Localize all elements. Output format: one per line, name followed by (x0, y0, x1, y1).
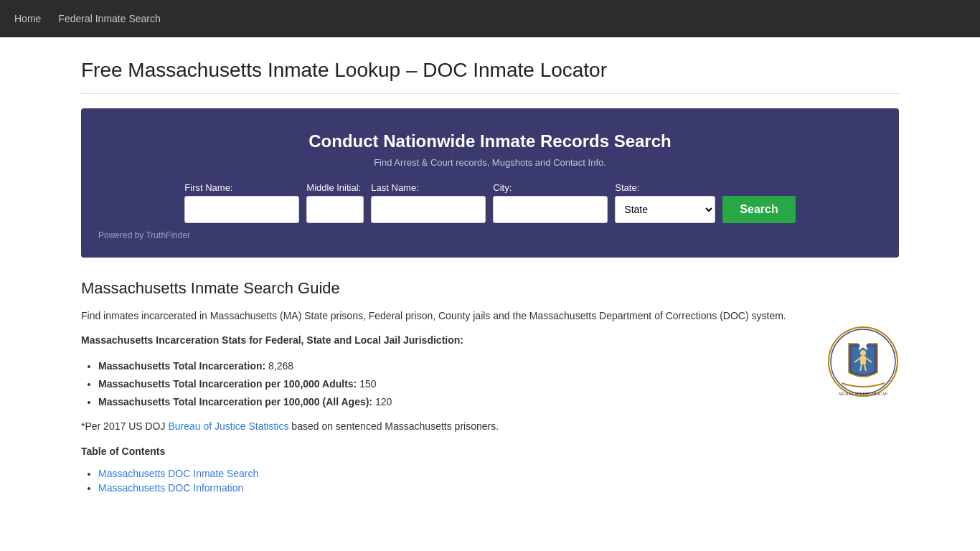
list-item: Massachusetts DOC Information (98, 482, 806, 494)
nav-federal-search[interactable]: Federal Inmate Search (58, 1, 160, 36)
stat-value-2: 120 (375, 396, 392, 408)
state-group: State: State Alabama Alaska Arizona Arka… (615, 182, 715, 223)
note-suffix: based on sentenced Massachusetts prisone… (288, 420, 499, 432)
banner-heading: Conduct Nationwide Inmate Records Search (95, 131, 885, 151)
svg-text:SIGILLVM REIPVBLICAE: SIGILLVM REIPVBLICAE (839, 392, 888, 396)
list-item: Massachusetts Total Incarceration: 8,268 (98, 357, 806, 375)
state-label: State: (615, 182, 639, 193)
first-name-input[interactable] (184, 196, 299, 223)
stat-label-0: Massachusetts Total Incarceration: (98, 360, 265, 372)
stat-label-2: Massachusetts Total Incarceration per 10… (98, 396, 372, 408)
middle-initial-group: Middle Initial: (306, 182, 364, 223)
last-name-group: Last Name: (371, 182, 486, 223)
city-group: City: (493, 182, 608, 223)
nav-home[interactable]: Home (14, 1, 41, 36)
city-input[interactable] (493, 196, 608, 223)
note-prefix: *Per 2017 US DOJ (81, 420, 168, 432)
search-banner: Conduct Nationwide Inmate Records Search… (81, 108, 899, 258)
search-form: First Name: Middle Initial: Last Name: C… (95, 182, 885, 223)
stats-note: *Per 2017 US DOJ Bureau of Justice Stati… (81, 418, 806, 434)
massachusetts-seal-icon: SIGILLVM REIPVBLICAE (827, 322, 899, 401)
stat-value-1: 150 (359, 378, 376, 390)
first-name-group: First Name: (184, 182, 299, 223)
page-title: Free Massachusetts Inmate Lookup – DOC I… (81, 59, 899, 94)
guide-description: Find inmates incarcerated in Massachuset… (81, 308, 806, 324)
stats-heading: Massachusetts Incarceration Stats for Fe… (81, 332, 806, 348)
stat-value-0: 8,268 (268, 360, 293, 372)
guide-title: Massachusetts Inmate Search Guide (81, 279, 899, 298)
bjs-link[interactable]: Bureau of Justice Statistics (168, 420, 288, 432)
city-label: City: (493, 182, 512, 193)
guide-layout: Find inmates incarcerated in Massachuset… (81, 308, 899, 496)
banner-subheading: Find Arrest & Court records, Mugshots an… (95, 157, 885, 168)
state-seal: SIGILLVM REIPVBLICAE (827, 322, 899, 403)
toc-link-0[interactable]: Massachusetts DOC Inmate Search (98, 468, 258, 479)
powered-by-text: Powered by TruthFinder (95, 230, 885, 240)
toc-title: Table of Contents (81, 443, 806, 459)
guide-text: Find inmates incarcerated in Massachuset… (81, 308, 806, 496)
svg-rect-4 (860, 356, 866, 364)
last-name-input[interactable] (371, 196, 486, 223)
first-name-label: First Name: (184, 182, 232, 193)
middle-initial-input[interactable] (306, 196, 364, 223)
toc-link-1[interactable]: Massachusetts DOC Information (98, 482, 243, 494)
search-button[interactable]: Search (722, 196, 795, 223)
toc-list: Massachusetts DOC Inmate Search Massachu… (81, 468, 806, 494)
state-select[interactable]: State Alabama Alaska Arizona Arkansas Ca… (615, 196, 715, 223)
last-name-label: Last Name: (371, 182, 418, 193)
list-item: Massachusetts Total Incarceration per 10… (98, 375, 806, 393)
stat-label-1: Massachusetts Total Incarceration per 10… (98, 378, 357, 390)
list-item: Massachusetts DOC Inmate Search (98, 468, 806, 479)
main-content: Free Massachusetts Inmate Lookup – DOC I… (67, 37, 913, 511)
navbar: Home Federal Inmate Search (0, 0, 980, 37)
list-item: Massachusetts Total Incarceration per 10… (98, 393, 806, 411)
middle-initial-label: Middle Initial: (306, 182, 361, 193)
svg-point-3 (860, 350, 866, 356)
stats-list: Massachusetts Total Incarceration: 8,268… (81, 357, 806, 412)
